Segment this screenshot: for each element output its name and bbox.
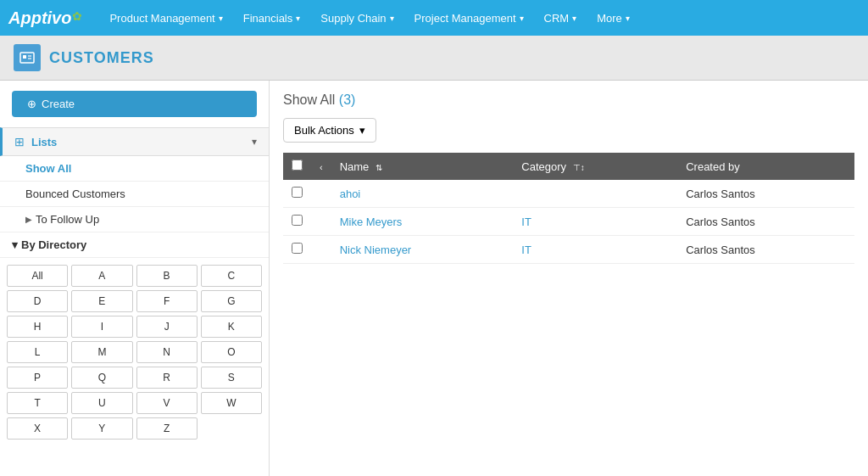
row-index-cell (311, 236, 331, 264)
directory-letter-btn[interactable]: C (201, 265, 262, 287)
customer-name-cell[interactable]: ahoi (331, 180, 514, 208)
chevron-down-icon: ▾ (359, 124, 365, 137)
chevron-down-icon: ▾ (296, 14, 300, 23)
create-button[interactable]: ⊕ Create (12, 91, 257, 117)
directory-letter-btn[interactable]: G (201, 290, 262, 312)
directory-letter-btn[interactable]: M (71, 341, 132, 363)
directory-letter-btn[interactable]: I (71, 316, 132, 338)
customer-name-cell[interactable]: Nick Niemeyer (331, 236, 514, 264)
directory-letter-btn[interactable]: P (7, 367, 68, 389)
directory-letter-btn[interactable]: Z (136, 417, 198, 440)
arrow-right-icon: ▶ (25, 215, 32, 224)
chevron-down-icon: ▾ (390, 14, 394, 23)
nav-product-management[interactable]: Product Management ▾ (99, 0, 232, 36)
sidebar-item-show-all[interactable]: Show All (0, 156, 269, 182)
created-by-col-header: Created by (677, 153, 854, 180)
row-index-cell (311, 180, 331, 208)
main-layout: ⊕ Create ⊞ Lists ▾ Show All Bounced Cust… (0, 81, 868, 476)
page-title: CUSTOMERS (49, 49, 154, 67)
directory-letter-btn[interactable]: H (7, 316, 68, 338)
name-col-header[interactable]: Name ⇅ (331, 153, 514, 180)
directory-letter-btn[interactable]: O (201, 341, 262, 363)
back-col-header[interactable]: ‹ (311, 153, 331, 180)
directory-letter-btn[interactable]: V (136, 392, 198, 414)
directory-letter-btn[interactable]: U (71, 392, 132, 414)
plus-icon: ⊕ (27, 98, 36, 110)
directory-letter-btn[interactable]: W (201, 392, 262, 414)
table-row: Nick Niemeyer IT Carlos Santos (283, 236, 854, 264)
category-col-header[interactable]: Category ⊤↕ (513, 153, 677, 180)
chevron-down-icon: ▾ (572, 14, 576, 23)
logo-leaf-icon: ✿ (72, 9, 82, 23)
select-all-checkbox[interactable] (292, 160, 303, 171)
directory-grid: AllABCDEFGHIJKLMNOPQRSTUVWXYZ (0, 258, 269, 446)
directory-letter-btn[interactable]: All (7, 265, 68, 287)
row-checkbox[interactable] (292, 215, 303, 226)
directory-letter-btn[interactable]: Q (71, 367, 132, 389)
nav-supply-chain[interactable]: Supply Chain ▾ (310, 0, 403, 36)
page-header: CUSTOMERS (0, 36, 868, 81)
nav-crm[interactable]: CRM ▾ (534, 0, 587, 36)
table-row: Mike Meyers IT Carlos Santos (283, 208, 854, 236)
back-icon: ‹ (320, 162, 323, 172)
category-cell[interactable]: IT (513, 208, 677, 236)
category-cell[interactable] (513, 180, 677, 208)
sidebar-menu: Show All Bounced Customers ▶ To Follow U… (0, 156, 269, 232)
nav-financials[interactable]: Financials ▾ (233, 0, 311, 36)
sidebar-item-to-follow-up[interactable]: ▶ To Follow Up (0, 207, 269, 232)
created-by-cell: Carlos Santos (677, 236, 854, 264)
directory-letter-btn[interactable]: B (136, 265, 198, 287)
row-checkbox[interactable] (292, 243, 303, 254)
created-by-cell: Carlos Santos (677, 208, 854, 236)
directory-letter-btn[interactable]: J (136, 316, 198, 338)
app-logo[interactable]: Apptivo✿ (8, 8, 82, 28)
directory-letter-btn[interactable]: Y (71, 417, 132, 440)
directory-letter-btn[interactable]: L (7, 341, 68, 363)
table-row: ahoi Carlos Santos (283, 180, 854, 208)
customers-table: ‹ Name ⇅ Category ⊤↕ Created by (283, 153, 854, 264)
svg-rect-0 (20, 53, 34, 63)
svg-rect-1 (23, 55, 26, 59)
grid-icon: ⊞ (14, 135, 25, 148)
directory-letter-btn[interactable]: D (7, 290, 68, 312)
chevron-down-icon: ▾ (252, 136, 257, 148)
directory-letter-btn[interactable]: A (71, 265, 132, 287)
lists-header[interactable]: ⊞ Lists ▾ (0, 127, 269, 156)
sidebar: ⊕ Create ⊞ Lists ▾ Show All Bounced Cust… (0, 81, 270, 476)
nav-more[interactable]: More ▾ (587, 0, 640, 36)
sort-icon: ⇅ (376, 163, 382, 172)
row-checkbox[interactable] (292, 187, 303, 198)
customers-icon (14, 44, 41, 71)
directory-letter-btn[interactable]: F (136, 290, 198, 312)
chevron-down-icon: ▾ (626, 14, 630, 23)
directory-letter-btn[interactable]: K (201, 316, 262, 338)
select-all-header[interactable] (283, 153, 311, 180)
row-checkbox-cell[interactable] (283, 236, 311, 264)
directory-letter-btn[interactable]: X (7, 417, 68, 440)
row-checkbox-cell[interactable] (283, 208, 311, 236)
nav-project-management[interactable]: Project Management ▾ (404, 0, 534, 36)
chevron-down-icon: ▾ (219, 14, 223, 23)
row-index-cell (311, 208, 331, 236)
customer-name-cell[interactable]: Mike Meyers (331, 208, 514, 236)
chevron-down-icon: ▾ (12, 238, 18, 251)
show-all-title: Show All (3) (283, 92, 854, 108)
sidebar-item-bounced-customers[interactable]: Bounced Customers (0, 182, 269, 207)
bulk-actions-button[interactable]: Bulk Actions ▾ (283, 118, 376, 143)
content-area: Show All (3) Bulk Actions ▾ ‹ Name ⇅ (270, 81, 868, 476)
table-header-row: ‹ Name ⇅ Category ⊤↕ Created by (283, 153, 854, 180)
sort-filter-icon: ⊤↕ (573, 163, 585, 172)
row-checkbox-cell[interactable] (283, 180, 311, 208)
logo-text: Apptivo (8, 8, 71, 28)
directory-letter-btn[interactable]: S (201, 367, 262, 389)
directory-letter-btn[interactable]: E (71, 290, 132, 312)
directory-letter-btn[interactable]: R (136, 367, 198, 389)
top-nav: Apptivo✿ Product Management ▾ Financials… (0, 0, 868, 36)
category-cell[interactable]: IT (513, 236, 677, 264)
directory-letter-btn[interactable]: N (136, 341, 198, 363)
chevron-down-icon: ▾ (520, 14, 524, 23)
lists-label: Lists (31, 136, 252, 148)
directory-letter-btn[interactable]: T (7, 392, 68, 414)
by-directory-header[interactable]: ▾ By Directory (0, 232, 269, 258)
created-by-cell: Carlos Santos (677, 180, 854, 208)
